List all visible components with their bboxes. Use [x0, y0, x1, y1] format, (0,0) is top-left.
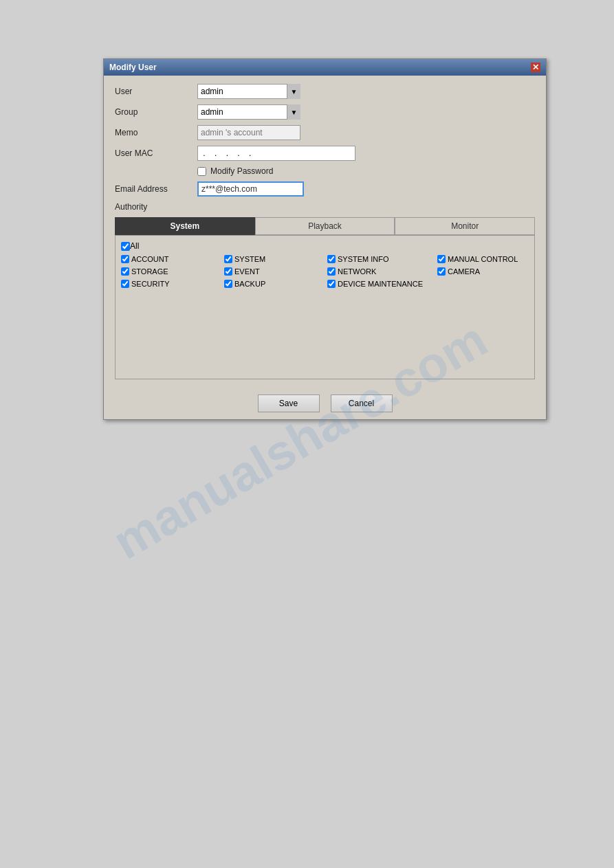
tab-system[interactable]: System [115, 217, 255, 235]
authority-section: System Playback Monitor All ACCOUNT [115, 217, 535, 379]
authority-row: Authority [115, 202, 535, 212]
user-label: User [115, 87, 197, 96]
dialog-title: Modify User [109, 63, 157, 72]
modify-password-row: Modify Password [115, 166, 535, 176]
camera-checkbox[interactable] [437, 267, 446, 276]
user-select[interactable]: admin [197, 84, 300, 99]
system-info-label: SYSTEM INFO [338, 255, 389, 263]
network-checkbox[interactable] [327, 267, 336, 276]
group-select[interactable]: admin [197, 104, 300, 120]
account-label: ACCOUNT [131, 255, 168, 263]
all-label: All [130, 241, 139, 251]
list-item: SECURITY [121, 280, 224, 288]
user-row: User admin ▼ [115, 84, 535, 99]
camera-label: CAMERA [448, 267, 480, 276]
group-row: Group admin ▼ [115, 104, 535, 120]
modify-user-dialog: Modify User ✕ User admin ▼ Group admin ▼ [103, 58, 547, 420]
authority-grid: ACCOUNT SYSTEM SYSTEM INFO MANUAL CONTRO… [121, 255, 529, 288]
user-mac-input[interactable] [197, 146, 355, 161]
tab-monitor[interactable]: Monitor [395, 217, 535, 235]
user-mac-row: User MAC [115, 146, 535, 161]
memo-label: Memo [115, 128, 197, 137]
list-item: SYSTEM INFO [327, 255, 437, 263]
list-item: MANUAL CONTROL [437, 255, 547, 263]
save-button[interactable]: Save [258, 394, 320, 412]
list-item: STORAGE [121, 267, 224, 276]
group-label: Group [115, 107, 197, 117]
dialog-titlebar: Modify User ✕ [104, 59, 546, 76]
list-item: NETWORK [327, 267, 437, 276]
modify-password-checkbox[interactable] [197, 167, 206, 176]
device-maintenance-label: DEVICE MAINTENANCE [338, 280, 423, 288]
security-label: SECURITY [131, 280, 170, 288]
cancel-button[interactable]: Cancel [331, 394, 393, 412]
backup-label: BACKUP [234, 280, 265, 288]
memo-input[interactable] [197, 125, 300, 140]
list-item: DEVICE MAINTENANCE [327, 280, 437, 288]
list-item: ACCOUNT [121, 255, 224, 263]
authority-content: All ACCOUNT SYSTEM SYSTEM INFO [115, 235, 535, 379]
dialog-body: User admin ▼ Group admin ▼ Memo [104, 76, 546, 388]
manual-control-label: MANUAL CONTROL [448, 255, 518, 263]
account-checkbox[interactable] [121, 255, 129, 263]
authority-tabs: System Playback Monitor [115, 217, 535, 235]
backup-checkbox[interactable] [224, 280, 232, 288]
email-label: Email Address [115, 184, 197, 194]
tab-playback[interactable]: Playback [255, 217, 395, 235]
system-info-checkbox[interactable] [327, 255, 336, 263]
user-mac-label: User MAC [115, 148, 197, 158]
memo-row: Memo [115, 125, 535, 140]
group-select-wrapper: admin ▼ [197, 104, 300, 120]
list-item: CAMERA [437, 267, 547, 276]
authority-all-row: All [121, 241, 529, 251]
system-checkbox[interactable] [224, 255, 232, 263]
modify-password-label: Modify Password [210, 166, 273, 176]
authority-label: Authority [115, 202, 197, 212]
security-checkbox[interactable] [121, 280, 129, 288]
email-input[interactable] [197, 181, 304, 197]
event-checkbox[interactable] [224, 267, 232, 276]
manual-control-checkbox[interactable] [437, 255, 446, 263]
dialog-close-button[interactable]: ✕ [531, 63, 540, 72]
system-label: SYSTEM [234, 255, 265, 263]
list-item: BACKUP [224, 280, 327, 288]
dialog-footer: Save Cancel [104, 388, 546, 419]
all-checkbox[interactable] [121, 242, 130, 251]
device-maintenance-checkbox[interactable] [327, 280, 336, 288]
list-item: SYSTEM [224, 255, 327, 263]
event-label: EVENT [234, 267, 260, 276]
list-item: EVENT [224, 267, 327, 276]
network-label: NETWORK [338, 267, 376, 276]
storage-checkbox[interactable] [121, 267, 129, 276]
email-row: Email Address [115, 181, 535, 197]
user-select-wrapper: admin ▼ [197, 84, 300, 99]
storage-label: STORAGE [131, 267, 168, 276]
